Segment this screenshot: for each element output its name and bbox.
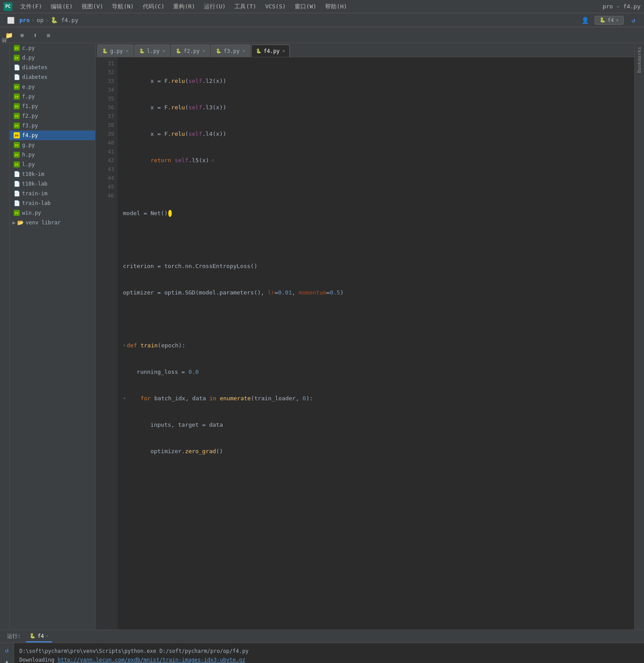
structure-label[interactable]: 结构 [0,43,9,50]
menu-file[interactable]: 文件(F) [17,2,45,11]
file-icon: 📄 [13,64,20,71]
download-link-1[interactable]: http://yann.lecun.com/exdb/mnist/train-i… [58,657,245,663]
file-icon: 📄 [13,190,20,197]
py-icon: py [13,142,20,149]
bottom-panel: 运行: 🐍 f4 ✕ ↺ ▲ ⚙ ▼ ■ ⇅ ⬛ 🖨 🗑 📌 D:\soft\p… [0,629,644,663]
menu-run[interactable]: 运行(U) [200,2,229,11]
right-panel: Bookmarks [634,43,644,629]
file-icon: 📄 [13,200,20,207]
menu-view[interactable]: 视图(V) [78,2,107,11]
file-f2-py[interactable]: py f2.py [10,111,95,121]
tab-g-py[interactable]: 🐍 g.py ✕ [97,45,133,57]
file-t10k-im[interactable]: 📄 t10k-im [10,169,95,179]
code-line-32: x = F.relu(self.l3(x)) [123,103,634,112]
dropdown-icon: ▾ [616,17,619,23]
nav-bar: ⬜ pro › op › 🐍 f4.py 👤 🐍 f4 ▾ ↺ [0,13,644,27]
refresh-btn[interactable]: ↺ [627,14,640,26]
file-t10k-lab[interactable]: 📄 t10k-lab [10,179,95,189]
code-editor[interactable]: 31 32 33 34 35 36 37 38 39 40 41 42 43 4… [96,57,634,629]
code-line-34: return self.l5(x) ◁ [123,156,634,165]
scroll-to-top-btn[interactable]: ⬆ [29,29,41,41]
menu-window[interactable]: 窗口(W) [291,2,320,11]
collapse-btn[interactable]: ≡ [42,29,55,41]
file-f1-py[interactable]: py f1.py [10,101,95,111]
file-c-py[interactable]: py c.py [10,43,95,53]
code-line-46 [123,473,634,482]
file-train-lab[interactable]: 📄 train-lab [10,198,95,208]
code-line-36: model = Net() [123,209,634,218]
file-icon: 📄 [13,171,20,178]
code-line-40 [123,315,634,324]
tab-f4-py[interactable]: 🐍 f4.py ✕ [251,45,290,57]
breadcrumb: pro › op › 🐍 f4.py [19,17,78,23]
tab-close-f2-py[interactable]: ✕ [202,48,205,54]
breadcrumb-file: 🐍 f4.py [51,17,78,23]
line-numbers: 31 32 33 34 35 36 37 38 39 40 41 42 43 4… [96,57,118,629]
rerun-btn[interactable]: ↺ [1,645,13,656]
file-diabetes2[interactable]: 📄 diabetes [10,72,95,82]
menu-navigate[interactable]: 导航(N) [108,2,137,11]
menu-edit[interactable]: 编辑(E) [47,2,76,11]
file-l-py[interactable]: py l.py [10,160,95,169]
py-icon: py [13,103,20,110]
tab-f3-py[interactable]: 🐍 f3.py ✕ [211,45,250,57]
run-tab-f4[interactable]: 🐍 f4 ✕ [26,631,52,642]
code-line-45: optimizer.zero_grad() [123,447,634,456]
app-logo: PC [4,2,12,11]
py-icon: py [13,83,20,90]
nav-back-btn[interactable]: ⬜ [4,14,17,26]
code-line-44: inputs, target = data [123,421,634,429]
tab-close-f4-py[interactable]: ✕ [282,48,285,54]
run-tab-close[interactable]: ✕ [46,633,49,639]
breadcrumb-pro[interactable]: pro [19,17,30,23]
py-icon: py [13,93,20,100]
bookmarks-label[interactable]: Bookmarks [635,43,644,77]
menu-help[interactable]: 帮助(H) [322,2,350,11]
nav-right: 👤 🐍 f4 ▾ ↺ [579,14,640,26]
project-view-btn[interactable]: 📁 [3,29,15,41]
main-toolbar: 📁 ⊕ ⬆ ≡ [0,27,644,43]
terminal-line-1: D:\soft\pycharm\pro\venv\Scripts\python.… [19,647,639,656]
scroll-up-btn[interactable]: ▲ [1,656,13,663]
py-icon: py [13,45,20,52]
menu-tools[interactable]: 工具(T) [231,2,259,11]
file-icon: 📄 [13,180,20,187]
file-win-py[interactable]: py win.py [10,208,95,218]
file-diabetes1[interactable]: 📄 diabetes [10,63,95,72]
side-labels: 结构 [0,43,10,629]
code-line-39: optimizer = optim.SGD(model.parameters()… [123,288,634,297]
py-icon: py [13,54,20,61]
code-line-33: x = F.relu(self.l4(x)) [123,130,634,138]
tab-f2-py[interactable]: 🐍 f2.py ✕ [171,45,210,57]
breadcrumb-op[interactable]: op [37,17,44,23]
tab-close-g-py[interactable]: ✕ [126,48,129,54]
file-train-im[interactable]: 📄 train-im [10,189,95,198]
editor-area: 🐍 g.py ✕ 🐍 l.py ✕ 🐍 f2.py ✕ 🐍 f3.py ✕ 🐍 [96,43,634,629]
py-icon: py [13,122,20,129]
venv-folder[interactable]: ▶ 📂 venv librar [10,218,95,227]
file-f-py[interactable]: py f.py [10,92,95,101]
project-title: pro - f4.py [603,3,640,10]
code-lines: x = F.relu(self.l2(x)) x = F.relu(self.l… [118,57,634,629]
file-h-py[interactable]: py h.py [10,150,95,160]
menu-code[interactable]: 代码(C) [139,2,168,11]
file-icon: 📄 [13,74,20,81]
tab-close-l-py[interactable]: ✕ [162,48,165,54]
file-tree: py c.py py d.py 📄 diabetes 📄 diabetes py… [10,43,96,629]
file-f3-py[interactable]: py f3.py [10,121,95,130]
menu-refactor[interactable]: 重构(R) [170,2,198,11]
avatar-btn[interactable]: 👤 [579,14,591,26]
file-e-py[interactable]: py e.py [10,82,95,92]
file-g-py[interactable]: py g.py [10,140,95,150]
run-label: 运行: [4,633,24,640]
file-d-py[interactable]: py d.py [10,53,95,63]
code-content[interactable]: 31 32 33 34 35 36 37 38 39 40 41 42 43 4… [96,57,634,629]
py-icon: py [13,209,20,216]
menu-vcs[interactable]: VCS(S) [262,2,289,11]
add-btn[interactable]: ⊕ [16,29,28,41]
folder-icon: 📂 [17,220,24,226]
run-config-dropdown[interactable]: 🐍 f4 ▾ [595,16,624,25]
tab-close-f3-py[interactable]: ✕ [242,48,245,54]
tab-l-py[interactable]: 🐍 l.py ✕ [134,45,170,57]
file-f4-py[interactable]: py f4.py [10,130,95,140]
